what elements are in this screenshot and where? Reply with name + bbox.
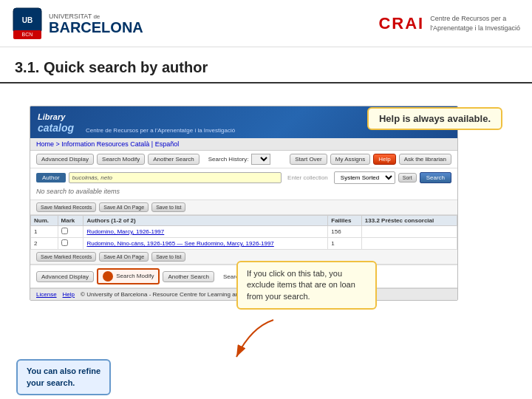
save-list-btn2[interactable]: Save to list: [151, 252, 185, 262]
result-count1: 156: [328, 226, 362, 238]
sort-btn[interactable]: Sort: [398, 173, 417, 183]
table-row: 2 Rudomino, Nino-cáns, 1926-1965 — See R…: [31, 238, 457, 250]
save-all-btn2[interactable]: Save All On Page: [99, 252, 149, 262]
main-content: Help is always available. Library catalo…: [0, 106, 532, 399]
page-title-section: 3.1. Quick search by author: [0, 47, 532, 83]
result-empty1: [361, 226, 457, 238]
page-header: UB BCN UNIVERSITAT de BARCELONA CRAI Cen…: [0, 0, 532, 47]
result-count2: 1: [328, 238, 362, 250]
svg-text:BCN: BCN: [22, 32, 33, 37]
my-assigns-btn[interactable]: My Assigns: [330, 154, 370, 165]
result-num-1: 1: [31, 226, 58, 238]
svg-text:UB: UB: [22, 16, 33, 24]
ask-librarian-btn[interactable]: Ask the librarian: [399, 154, 451, 165]
footer-license-link[interactable]: License: [36, 291, 57, 298]
result-author-1[interactable]: Rudomino, Marcy, 1926-1997: [83, 226, 328, 238]
col-comment: 133.2 Préstec consorcial: [361, 216, 457, 226]
page-title: 3.1. Quick search by author: [15, 59, 517, 76]
advanced-display-btn2[interactable]: Advanced Display: [36, 271, 94, 282]
col-num: Num.: [31, 216, 58, 226]
catalog-search-area: Author Enter collection System Sorted So…: [30, 168, 457, 200]
catalog-subtitle: Centre de Recursos per a l'Aprenentatge …: [86, 127, 235, 134]
sort-dropdown[interactable]: System Sorted: [334, 171, 395, 184]
save-all-btn[interactable]: Save All On Page: [99, 202, 149, 212]
table-header-row: Num. Mark Authors (1-2 of 2) Faililes 13…: [31, 216, 457, 226]
crai-subtitle: Centre de Recursos per a l'Aprenentatge …: [430, 14, 520, 33]
search-modify-btn2[interactable]: Search Modify: [97, 268, 160, 284]
save-row: Save Marked Records Save All On Page Sav…: [30, 200, 457, 215]
save-marked-btn2[interactable]: Save Marked Records: [36, 252, 96, 262]
catalog-logo: Library catalog: [38, 111, 74, 134]
another-search-btn[interactable]: Another Search: [148, 154, 200, 165]
search-label: Author: [36, 173, 66, 183]
ub-shield-icon: UB BCN: [12, 7, 43, 41]
crai-logo: CRAI Centre de Recursos per a l'Aprenent…: [378, 14, 520, 33]
another-search-btn2[interactable]: Another Search: [163, 271, 214, 282]
col-author: Authors (1-2 of 2): [83, 216, 328, 226]
search-go-btn[interactable]: Search: [420, 172, 451, 183]
result-check-1[interactable]: [58, 226, 83, 238]
search-row: Author Enter collection System Sorted So…: [36, 171, 451, 184]
ub-name-block: UNIVERSITAT de BARCELONA: [49, 13, 143, 35]
onloan-callout: If you click on this tab, you exclude it…: [236, 261, 377, 310]
results-table: Num. Mark Authors (1-2 of 2) Faililes 13…: [30, 215, 457, 250]
save-marked-btn[interactable]: Save Marked Records: [36, 202, 96, 212]
result-num-2: 2: [31, 238, 58, 250]
onloan-arrow: [222, 313, 281, 372]
col-faililes: Faililes: [328, 216, 362, 226]
result-author-2[interactable]: Rudomino, Nino-cáns, 1926-1965 — See Rud…: [83, 238, 328, 250]
catalog-toolbar: Advanced Display Search Modify Another S…: [30, 151, 457, 168]
start-over-btn[interactable]: Start Over: [290, 154, 327, 165]
search-modify-btn[interactable]: Search Modify: [97, 154, 145, 165]
ub-name: BARCELONA: [49, 20, 143, 35]
ub-label-top: UNIVERSITAT de: [49, 13, 143, 20]
col-mark: Mark: [58, 216, 83, 226]
search-history-dropdown[interactable]: [251, 154, 270, 165]
search-input[interactable]: [69, 172, 282, 183]
help-callout: Help is always available.: [367, 107, 502, 130]
collection-label: Enter collection: [287, 174, 328, 181]
save-list-btn[interactable]: Save to list: [151, 202, 185, 212]
catalog-nav-bar: Home > Information Resources Català | Es…: [30, 138, 457, 151]
no-results-msg: No search to available items: [36, 186, 451, 197]
footer-help-link[interactable]: Help: [63, 291, 75, 298]
result-check-2[interactable]: [58, 238, 83, 250]
search-history-label: Search History:: [208, 156, 249, 163]
table-row: 1 Rudomino, Marcy, 1926-1997 156: [31, 226, 457, 238]
refine-callout: You can also refine your search.: [16, 359, 111, 395]
ub-logo: UB BCN UNIVERSITAT de BARCELONA: [12, 7, 143, 41]
result-empty2: [361, 238, 457, 250]
crai-wordmark: CRAI: [378, 14, 424, 33]
help-btn[interactable]: Help: [373, 154, 395, 165]
advanced-display-btn[interactable]: Advanced Display: [36, 154, 94, 165]
